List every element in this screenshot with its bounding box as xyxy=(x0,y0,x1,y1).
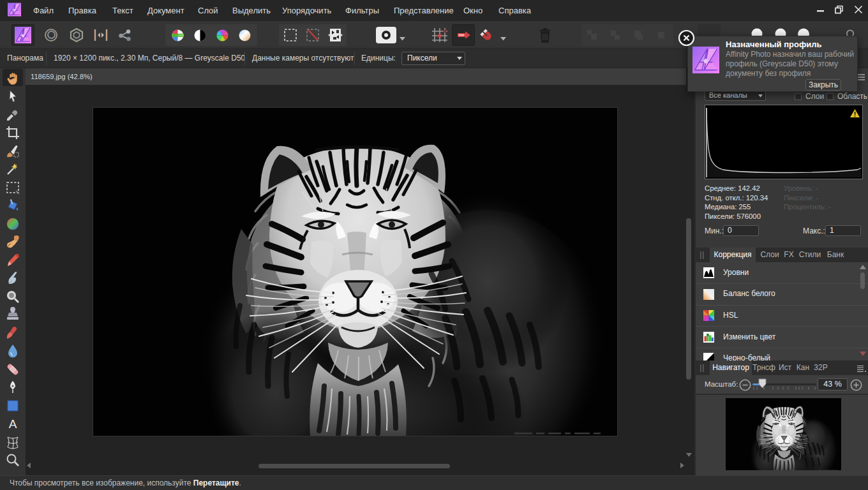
svg-text:A: A xyxy=(9,417,17,431)
